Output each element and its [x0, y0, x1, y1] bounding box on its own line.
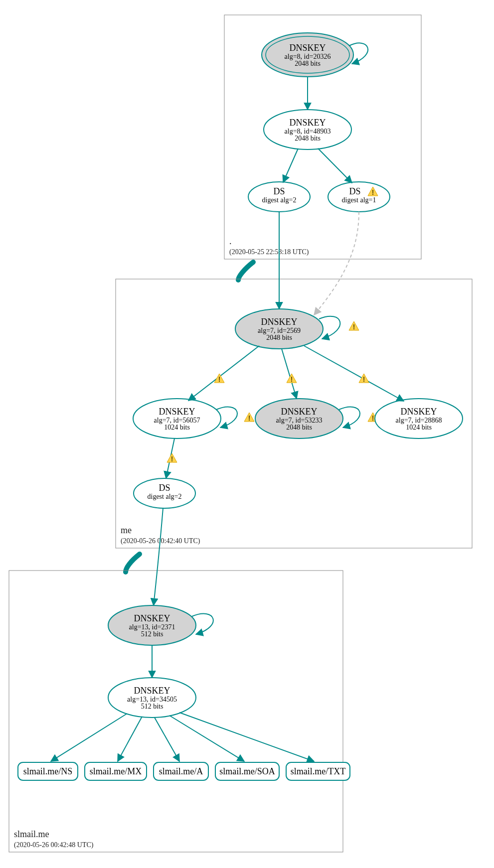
svg-text:digest alg=1: digest alg=1	[342, 196, 376, 204]
svg-text:1024 bits: 1024 bits	[164, 424, 190, 431]
svg-text:alg=7, id=53233: alg=7, id=53233	[276, 417, 323, 424]
svg-text:DS: DS	[349, 186, 360, 196]
zone-root-name: .	[229, 236, 232, 246]
node-me-right: DNSKEY alg=7, id=28868 1024 bits	[375, 399, 463, 438]
node-slmail-zsk: DNSKEY alg=13, id=34505 512 bits	[108, 678, 196, 718]
zone-slmail-name: slmail.me	[14, 829, 49, 839]
dnssec-graph: ! . (2020-05-25 22:53:18 UTC) DNSKEY alg…	[0, 0, 494, 868]
node-root-ksk: DNSKEY alg=8, id=20326 2048 bits	[262, 33, 353, 77]
edge-root-zsk-ds1	[283, 148, 298, 182]
zone-root-ts: (2020-05-25 22:53:18 UTC)	[229, 248, 309, 256]
warning-icon	[349, 321, 359, 331]
svg-text:alg=13, id=2371: alg=13, id=2371	[129, 623, 175, 631]
svg-text:alg=7, id=28868: alg=7, id=28868	[396, 417, 442, 424]
svg-text:DNSKEY: DNSKEY	[134, 613, 170, 623]
node-me-left: DNSKEY alg=7, id=56057 1024 bits	[133, 399, 221, 438]
svg-text:slmail.me/MX: slmail.me/MX	[90, 766, 142, 776]
svg-text:slmail.me/TXT: slmail.me/TXT	[291, 766, 345, 776]
node-root-zsk: DNSKEY alg=8, id=48903 2048 bits	[264, 110, 351, 149]
svg-text:digest alg=2: digest alg=2	[148, 493, 182, 500]
edge-ds2-me-ksk	[314, 212, 359, 315]
svg-text:slmail.me/SOA: slmail.me/SOA	[219, 766, 275, 776]
svg-text:alg=7, id=56057: alg=7, id=56057	[154, 417, 200, 424]
svg-text:DNSKEY: DNSKEY	[159, 407, 195, 417]
node-root-ds2: DS digest alg=1	[328, 182, 390, 212]
rrset-ns: slmail.me/NS	[18, 762, 78, 780]
rrset-a: slmail.me/A	[154, 762, 208, 780]
svg-text:DS: DS	[273, 186, 285, 196]
rrset-mx: slmail.me/MX	[85, 762, 147, 780]
svg-text:digest alg=2: digest alg=2	[262, 196, 297, 204]
svg-text:slmail.me/NS: slmail.me/NS	[23, 766, 73, 776]
warning-icon	[359, 374, 369, 383]
edge-sl-zsk-mx	[118, 717, 142, 761]
svg-text:2048 bits: 2048 bits	[266, 334, 292, 341]
zone-root: . (2020-05-25 22:53:18 UTC) DNSKEY alg=8…	[224, 15, 421, 259]
zone-slmail-ts: (2020-05-26 00:42:48 UTC)	[14, 841, 94, 849]
node-slmail-ksk: DNSKEY alg=13, id=2371 512 bits	[108, 605, 196, 645]
edge-sl-zsk-ns	[51, 714, 127, 761]
edge-delegation-root-me	[238, 262, 253, 280]
svg-text:512 bits: 512 bits	[141, 630, 164, 638]
edge-root-zsk-ds2	[318, 148, 352, 183]
edge-me-ksk-mid	[282, 349, 297, 399]
warning-icon	[214, 374, 224, 383]
svg-text:2048 bits: 2048 bits	[286, 424, 312, 431]
svg-text:DNSKEY: DNSKEY	[289, 43, 326, 53]
warning-icon	[287, 374, 297, 383]
svg-text:DNSKEY: DNSKEY	[289, 118, 326, 128]
zone-slmail: slmail.me (2020-05-26 00:42:48 UTC) DNSK…	[9, 508, 350, 852]
svg-text:DNSKEY: DNSKEY	[281, 407, 317, 417]
svg-text:slmail.me/A: slmail.me/A	[159, 766, 203, 776]
zone-me: me (2020-05-26 00:42:40 UTC) DNSKEY alg=…	[116, 212, 472, 548]
rrset-txt: slmail.me/TXT	[286, 762, 350, 780]
edge-sl-zsk-a	[155, 718, 179, 761]
edge-sl-zsk-txt	[179, 713, 314, 761]
svg-text:alg=13, id=34505: alg=13, id=34505	[127, 696, 177, 703]
zone-me-name: me	[121, 525, 132, 535]
node-root-ds1: DS digest alg=2	[248, 182, 310, 212]
warning-icon	[244, 413, 254, 422]
svg-text:1024 bits: 1024 bits	[406, 424, 432, 431]
svg-text:2048 bits: 2048 bits	[295, 135, 321, 142]
svg-text:2048 bits: 2048 bits	[295, 60, 321, 67]
svg-text:alg=8, id=20326: alg=8, id=20326	[285, 53, 331, 60]
svg-text:alg=7, id=2569: alg=7, id=2569	[258, 327, 301, 334]
warning-icon	[167, 453, 177, 463]
node-me-mid: DNSKEY alg=7, id=53233 2048 bits	[255, 399, 343, 438]
rrset-soa: slmail.me/SOA	[215, 762, 279, 780]
svg-text:DNSKEY: DNSKEY	[261, 317, 297, 327]
edge-me-ds-sl-ksk	[154, 508, 163, 605]
edge-me-ksk-right	[304, 346, 404, 401]
svg-text:DNSKEY: DNSKEY	[134, 686, 170, 696]
svg-text:DS: DS	[159, 483, 170, 493]
node-me-ksk: DNSKEY alg=7, id=2569 2048 bits	[235, 309, 323, 349]
edge-me-ksk-left	[188, 346, 259, 401]
svg-text:DNSKEY: DNSKEY	[400, 407, 437, 417]
svg-text:512 bits: 512 bits	[141, 703, 164, 710]
svg-text:alg=8, id=48903: alg=8, id=48903	[285, 128, 331, 135]
node-me-ds: DS digest alg=2	[134, 478, 195, 508]
edge-delegation-me-slmail	[126, 554, 140, 572]
